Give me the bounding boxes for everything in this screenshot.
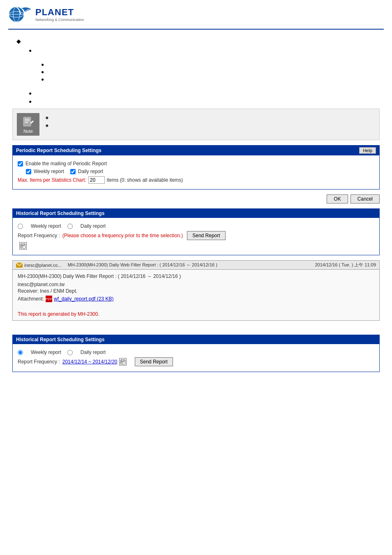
help-button[interactable]: Help bbox=[359, 147, 376, 154]
note-item-2: ■ bbox=[46, 123, 375, 129]
bullet-round-2a: ● bbox=[12, 62, 380, 67]
max-items-input[interactable] bbox=[88, 176, 105, 184]
logo-sub-title: Networking & Communication bbox=[35, 18, 84, 22]
bullet-round-2c: ● bbox=[12, 76, 380, 82]
header: PLANET Networking & Communication bbox=[0, 0, 392, 29]
send-report-button-2[interactable]: Send Report bbox=[135, 357, 173, 366]
periodic-report-header: Periodic Report Scheduling Settings Help bbox=[13, 146, 379, 155]
freq-note-1: (Please choose a frequency prior to the … bbox=[62, 233, 183, 238]
attachment-filename[interactable]: wf_daily_report.pdf (23 KB) bbox=[54, 296, 113, 302]
periodic-report-title: Periodic Report Scheduling Settings bbox=[16, 148, 101, 153]
email-from-address: inesc@planet.co... bbox=[24, 263, 62, 268]
report-type-row: Weekly report Daily report bbox=[26, 169, 374, 174]
historical-report-body-2: Weekly report Daily report Report Freque… bbox=[13, 344, 379, 372]
items-note-text: items (0: shows all available items) bbox=[107, 177, 183, 183]
ok-button[interactable]: OK bbox=[327, 194, 348, 204]
daily-radio-label-2: Daily report bbox=[81, 349, 106, 355]
bullet-round-3a: ● bbox=[12, 90, 380, 96]
weekly-radio-label-1: Weekly report bbox=[31, 223, 61, 229]
diamond-bullet-1: ◆ bbox=[12, 38, 380, 44]
daily-radio-label-1: Daily report bbox=[81, 223, 106, 229]
email-subject: MH-2300(MH-2300) Daily Web Filter Report… bbox=[68, 262, 309, 268]
svg-rect-25 bbox=[122, 361, 123, 362]
cancel-button[interactable]: Cancel bbox=[350, 194, 380, 204]
svg-rect-4 bbox=[23, 117, 31, 126]
bullet-round-3b: ● bbox=[12, 99, 380, 104]
daily-radio-2[interactable] bbox=[67, 350, 73, 355]
svg-rect-27 bbox=[121, 363, 122, 363]
email-generated-text: This report is generated by MH-2300. bbox=[18, 311, 374, 317]
email-attachment-row: Attachment: PDF wf_daily_report.pdf (23 … bbox=[18, 296, 374, 302]
calendar-icon-2[interactable] bbox=[119, 358, 127, 365]
pdf-icon: PDF bbox=[46, 296, 52, 302]
email-date: 2014/12/16 ( Tue. ) 上午 11:09 bbox=[315, 262, 376, 268]
weekly-report-checkbox[interactable] bbox=[26, 169, 31, 174]
svg-rect-14 bbox=[21, 245, 22, 246]
attachment-label: Attachment: bbox=[18, 296, 44, 302]
daily-radio-1[interactable] bbox=[67, 224, 73, 229]
email-body: MH-2300(MH-2300) Daily Web Filter Report… bbox=[13, 270, 379, 320]
svg-rect-28 bbox=[122, 363, 123, 363]
note-item-1: ■ bbox=[46, 115, 375, 121]
email-body-from: inesc@planet.com.tw bbox=[18, 282, 374, 287]
email-body-receiver: Receiver: Ines / ENM Dept. bbox=[18, 288, 374, 294]
freq-range-2[interactable]: 2014/12/14 ~ 2014/12/20 bbox=[62, 359, 118, 365]
weekly-radio-1[interactable] bbox=[18, 224, 23, 229]
note-pencil-icon bbox=[22, 116, 35, 128]
periodic-report-body: Enable the mailing of Periodic Report We… bbox=[13, 155, 379, 189]
calendar-icon-1[interactable] bbox=[19, 242, 27, 250]
bullet-round-1: ● bbox=[12, 48, 380, 53]
periodic-report-section: Periodic Report Scheduling Settings Help… bbox=[12, 145, 380, 190]
svg-rect-24 bbox=[121, 361, 122, 362]
freq-row-1: Report Frequency : (Please choose a freq… bbox=[18, 231, 374, 240]
svg-rect-15 bbox=[22, 245, 23, 246]
main-content: ◆ ● bbox=[0, 34, 392, 381]
logo-text: PLANET Networking & Communication bbox=[35, 7, 84, 22]
note-content: ■ ■ bbox=[46, 113, 375, 131]
note-bullet-1: ■ bbox=[46, 115, 48, 120]
svg-rect-18 bbox=[22, 247, 23, 247]
ok-cancel-row: OK Cancel bbox=[12, 194, 380, 204]
freq-label-2: Report Frequency : bbox=[18, 359, 60, 365]
freq-row-2: Report Frequency : 2014/12/14 ~ 2014/12/… bbox=[18, 357, 374, 366]
email-header-bar: inesc@planet.co... MH-2300(MH-2300) Dail… bbox=[13, 261, 379, 270]
report-type-radio-row-1: Weekly report Daily report bbox=[18, 223, 374, 229]
svg-rect-17 bbox=[21, 247, 22, 247]
header-divider bbox=[8, 29, 384, 30]
bullet-round-2b: ● bbox=[12, 69, 380, 75]
enable-periodic-label: Enable the mailing of Periodic Report bbox=[25, 161, 107, 166]
report-type-radio-row-2: Weekly report Daily report bbox=[18, 349, 374, 355]
email-icon bbox=[16, 263, 23, 268]
historical-report-body-1: Weekly report Daily report Report Freque… bbox=[13, 218, 379, 255]
historical-report-section-2: Historical Report Scheduling Settings We… bbox=[12, 335, 380, 372]
email-from: inesc@planet.co... bbox=[16, 263, 62, 268]
logo: PLANET Networking & Communication bbox=[8, 4, 84, 25]
note-icon: Note bbox=[17, 113, 39, 136]
max-items-row: Max. Items per Statistics Chart: items (… bbox=[18, 176, 374, 184]
logo-globe-icon bbox=[8, 4, 33, 25]
email-preview: inesc@planet.co... MH-2300(MH-2300) Dail… bbox=[12, 260, 380, 321]
weekly-report-label: Weekly report bbox=[34, 169, 64, 174]
note-label: Note bbox=[23, 129, 33, 134]
svg-rect-26 bbox=[123, 361, 124, 362]
max-items-label: Max. Items per Statistics Chart: bbox=[18, 177, 86, 183]
enable-periodic-checkbox[interactable] bbox=[18, 161, 23, 166]
historical-report-header-2: Historical Report Scheduling Settings bbox=[13, 335, 379, 344]
logo-planet-name: PLANET bbox=[35, 7, 84, 18]
freq-label-1: Report Frequency : bbox=[18, 233, 60, 238]
historical-report-title-2: Historical Report Scheduling Settings bbox=[16, 337, 104, 342]
note-box: Note ■ ■ bbox=[12, 109, 380, 140]
weekly-radio-2[interactable] bbox=[18, 350, 23, 355]
historical-report-title-1: Historical Report Scheduling Settings bbox=[16, 210, 104, 216]
historical-report-section-1: Historical Report Scheduling Settings We… bbox=[12, 208, 380, 255]
note-bullet-2: ■ bbox=[46, 123, 48, 128]
send-report-button-1[interactable]: Send Report bbox=[187, 231, 225, 240]
email-body-title: MH-2300(MH-2300) Daily Web Filter Report… bbox=[18, 273, 374, 280]
daily-report-checkbox[interactable] bbox=[70, 169, 76, 174]
calendar-icon-row-1 bbox=[18, 242, 374, 250]
historical-report-header-1: Historical Report Scheduling Settings bbox=[13, 209, 379, 218]
svg-rect-16 bbox=[23, 245, 24, 246]
daily-report-label: Daily report bbox=[78, 169, 103, 174]
weekly-radio-label-2: Weekly report bbox=[31, 349, 61, 355]
enable-periodic-row: Enable the mailing of Periodic Report bbox=[18, 161, 374, 166]
